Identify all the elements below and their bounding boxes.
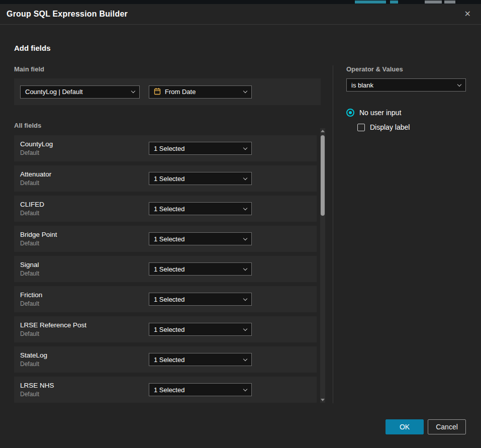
dropdown-value: 1 Selected [154,205,184,213]
fields-scrollbar[interactable] [320,128,325,403]
field-row: CLIFED Default 1 Selected [14,196,317,222]
close-icon[interactable]: ✕ [462,8,473,20]
chevron-down-icon [131,89,135,93]
chevron-down-icon [243,206,247,210]
background-fragment [425,1,442,4]
field-info: Bridge Point Default [20,231,149,247]
radio-button-icon[interactable] [346,109,354,117]
dropdown-value: 1 Selected [154,356,184,364]
date-field-dropdown[interactable]: From Date [149,85,252,99]
field-subtitle: Default [20,361,149,368]
chevron-down-icon [243,326,247,330]
field-selection-dropdown[interactable]: 1 Selected [149,383,252,396]
field-info: CountyLog Default [20,140,149,156]
field-row: LRSE Reference Post Default 1 Selected [14,316,317,342]
chevron-down-icon [243,175,247,180]
field-subtitle: Default [20,270,149,277]
field-selection-dropdown[interactable]: 1 Selected [149,142,252,155]
field-name: Attenuator [20,170,149,178]
cancel-button[interactable]: Cancel [428,419,466,434]
layer-select-dropdown[interactable]: CountyLog | Default [20,85,140,99]
field-subtitle: Default [20,391,149,398]
field-info: Signal Default [20,261,149,277]
ok-button[interactable]: OK [386,419,424,434]
dropdown-value: is blank [351,81,373,89]
field-subtitle: Default [20,300,149,307]
all-fields-list: CountyLog Default 1 Selected Attenuato [14,135,317,403]
field-row: StateLog Default 1 Selected [14,346,317,373]
operator-values-label: Operator & Values [346,65,466,73]
scrollbar-thumb[interactable] [321,135,325,216]
chevron-down-icon [243,296,247,300]
dropdown-value: CountyLog | Default [25,88,83,96]
display-label-option[interactable]: Display label [357,123,466,131]
field-selection-dropdown[interactable]: 1 Selected [149,172,252,185]
field-name: StateLog [20,351,149,359]
fields-column: Main field CountyLog | Default [14,65,321,403]
chevron-down-icon [243,387,247,391]
dropdown-value: 1 Selected [154,326,184,333]
field-name: LRSE NHS [20,382,149,389]
chevron-down-icon [243,236,247,240]
operator-values-panel: Operator & Values is blank No user input… [346,65,466,403]
background-fragment [355,1,386,4]
field-info: Friction Default [20,291,149,307]
field-row: Attenuator Default 1 Selected [14,165,317,192]
field-selection-dropdown[interactable]: 1 Selected [149,202,252,215]
background-app-edge [0,0,481,4]
field-subtitle: Default [20,180,149,187]
operator-dropdown[interactable]: is blank [346,78,466,92]
field-subtitle: Default [20,149,149,156]
checkbox-icon[interactable] [357,124,365,131]
field-row: CountyLog Default 1 Selected [14,135,317,161]
no-user-input-label: No user input [359,109,401,117]
main-field-label: Main field [14,65,321,73]
field-name: LRSE Reference Post [20,321,149,329]
dropdown-value: 1 Selected [154,175,184,183]
add-fields-heading: Add fields [14,44,467,52]
chevron-down-icon [243,89,247,93]
dialog-titlebar: Group SQL Expression Builder ✕ [0,4,481,25]
dialog-title: Group SQL Expression Builder [7,10,128,19]
main-field-row: CountyLog | Default [14,78,321,105]
dropdown-value: 1 Selected [154,296,184,303]
field-info: Attenuator Default [20,170,149,187]
dropdown-value: 1 Selected [154,235,184,243]
field-row: LRSE NHS Default 1 Selected [14,377,317,403]
field-info: LRSE Reference Post Default [20,321,149,337]
field-name: CLIFED [20,201,149,208]
chevron-down-icon [243,266,247,270]
dropdown-value: 1 Selected [154,145,184,152]
field-row: Friction Default 1 Selected [14,286,317,312]
no-user-input-option[interactable]: No user input [346,109,466,117]
background-fragment [390,1,398,4]
dialog-content: Add fields Main field CountyLog | Defaul… [0,44,481,403]
all-fields-label: All fields [14,122,321,129]
field-name: Friction [20,291,149,299]
field-name: Signal [20,261,149,268]
chevron-down-icon [243,356,247,361]
field-subtitle: Default [20,240,149,247]
field-name: Bridge Point [20,231,149,238]
display-label-label: Display label [370,123,410,131]
dropdown-value: 1 Selected [154,386,184,394]
field-info: StateLog Default [20,351,149,368]
dropdown-value: From Date [165,88,196,96]
dialog-footer: OK Cancel [386,419,466,434]
field-selection-dropdown[interactable]: 1 Selected [149,232,252,245]
background-fragment [444,1,455,4]
dropdown-value: 1 Selected [154,265,184,273]
scroll-down-icon[interactable] [321,399,325,401]
field-info: LRSE NHS Default [20,382,149,398]
field-row: Bridge Point Default 1 Selected [14,226,317,252]
field-selection-dropdown[interactable]: 1 Selected [149,353,252,366]
field-name: CountyLog [20,140,149,148]
field-selection-dropdown[interactable]: 1 Selected [149,323,252,336]
field-row: Signal Default 1 Selected [14,256,317,282]
scroll-up-icon[interactable] [321,130,325,132]
group-sql-expression-builder-dialog: Group SQL Expression Builder ✕ Add field… [0,4,481,448]
field-subtitle: Default [20,210,149,217]
field-selection-dropdown[interactable]: 1 Selected [149,293,252,306]
chevron-down-icon [457,82,461,86]
field-selection-dropdown[interactable]: 1 Selected [149,262,252,276]
